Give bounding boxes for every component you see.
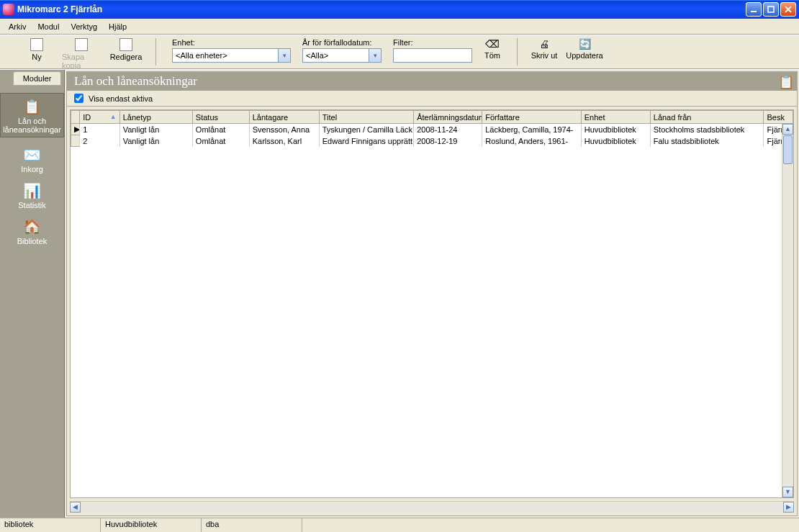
menu-bar: Arkiv Modul Verktyg Hjälp [0,19,799,35]
col-lanetyp[interactable]: Lånetyp [119,111,192,124]
notes-icon: 📋 [778,74,793,89]
sidebar-item-statistics[interactable]: 📊 Statistik [0,181,64,209]
scroll-up-icon[interactable]: ▲ [782,124,793,135]
scroll-right-icon[interactable]: ▶ [783,502,794,513]
sidebar-item-loans[interactable]: 📋 Lån och låneansökningar [0,93,64,137]
status-cell-empty [302,518,799,532]
print-button[interactable]: 🖨 Skriv ut [528,38,561,60]
table-row[interactable]: 2 Vanligt lån Omlånat Karlsson, Karl Edw… [71,135,793,147]
print-icon: 🖨 [539,38,549,50]
clipboard-icon: 📋 [22,96,42,117]
table-header-row: ID▲ Lånetyp Status Låntagare Titel Återl… [71,111,793,124]
minimize-button[interactable] [746,2,762,17]
mail-icon: ✉️ [22,145,42,165]
col-lantagare[interactable]: Låntagare [249,111,319,124]
status-bar: bibliotek Huvudbibliotek dba [0,518,799,532]
col-besk[interactable]: Besk [764,111,793,124]
title-bar: Mikromarc 2 Fjärrlån [0,0,799,19]
sort-asc-icon: ▲ [110,113,117,120]
chevron-down-icon[interactable]: ▾ [369,49,381,62]
active-only-label: Visa endast aktiva [89,94,153,103]
ar-label: År för förfallodatum: [302,38,382,47]
svg-rect-1 [768,6,774,12]
table-row[interactable]: ▶ 1 Vanligt lån Omlånat Svensson, Anna T… [71,124,793,135]
col-lanad-fran[interactable]: Lånad från [650,111,764,124]
window-title: Mikromarc 2 Fjärrlån [17,4,102,14]
col-id[interactable]: ID▲ [80,111,120,124]
toolbar: Ny Skapa kopia Redigera Enhet: <Alla enh… [0,35,799,69]
scroll-left-icon[interactable]: ◀ [70,502,81,513]
clear-icon: ⌫ [485,38,500,50]
status-cell-1: bibliotek [0,518,101,532]
new-button[interactable]: Ny [17,38,56,61]
status-cell-3: dba [202,518,302,532]
filter-label: Filter: [393,38,472,47]
data-grid: ID▲ Lånetyp Status Låntagare Titel Återl… [70,109,794,498]
copy-icon [75,38,88,51]
edit-icon [119,38,132,51]
sidebar-item-library[interactable]: 🏠 Bibliotek [0,217,64,245]
svg-rect-0 [751,11,757,12]
row-marker-header [71,111,80,124]
edit-button[interactable]: Redigera [107,38,145,61]
enhet-combo[interactable]: <Alla enheter> ▾ [172,48,291,63]
chart-icon: 📊 [22,181,42,201]
col-enhet[interactable]: Enhet [581,111,650,124]
maximize-button[interactable] [763,2,779,17]
copy-button: Skapa kopia [62,38,101,70]
row-marker-icon [71,135,80,147]
content-panel: Lån och låneansökningar 📋 Visa endast ak… [66,71,798,516]
menu-hjalp[interactable]: Hjälp [103,21,132,32]
menu-modul[interactable]: Modul [32,21,65,32]
content-header: Lån och låneansökningar 📋 [67,72,797,91]
scroll-thumb[interactable] [783,135,793,164]
col-status[interactable]: Status [192,111,249,124]
close-button[interactable] [780,2,796,17]
col-aterlamning[interactable]: Återlämningsdatum [414,111,482,124]
content-title: Lån och låneansökningar [74,74,197,89]
refresh-icon: 🔄 [579,38,591,50]
menu-verktyg[interactable]: Verktyg [65,21,103,32]
clear-button[interactable]: ⌫ Töm [478,38,507,60]
status-cell-2: Huvudbibliotek [101,518,202,532]
new-icon [30,38,43,51]
menu-arkiv[interactable]: Arkiv [3,21,32,32]
col-titel[interactable]: Titel [319,111,413,124]
active-only-checkbox[interactable] [74,94,83,103]
house-icon: 🏠 [22,217,42,237]
col-forfattare[interactable]: Författare [482,111,582,124]
app-icon [3,4,14,15]
ar-combo[interactable]: <Alla> ▾ [302,48,382,63]
row-marker-icon: ▶ [71,124,80,135]
module-tab[interactable]: Moduler [13,71,61,86]
refresh-button[interactable]: 🔄 Uppdatera [566,38,602,60]
scroll-down-icon[interactable]: ▼ [782,487,793,497]
vertical-scrollbar[interactable]: ▲ ▼ [782,124,793,497]
toolbar-separator [155,38,156,66]
sidebar-item-inbox[interactable]: ✉️ Inkorg [0,145,64,173]
module-panel: Moduler 📋 Lån och låneansökningar ✉️ Ink… [0,70,65,518]
enhet-label: Enhet: [172,38,291,47]
toolbar-separator [517,38,518,66]
filter-input[interactable] [393,48,472,63]
chevron-down-icon[interactable]: ▾ [278,49,290,62]
horizontal-scrollbar[interactable]: ◀ ▶ [70,501,794,513]
